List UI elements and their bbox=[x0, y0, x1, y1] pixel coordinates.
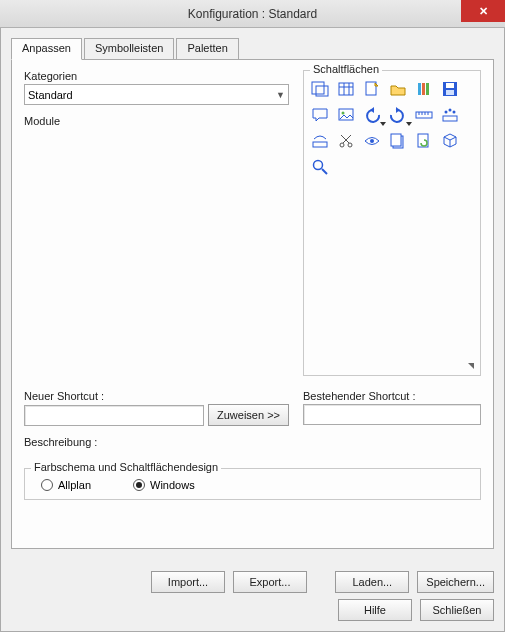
eye-view-icon[interactable] bbox=[362, 131, 382, 151]
tab-label: Anpassen bbox=[22, 42, 71, 54]
toolbar-icon-grid bbox=[310, 79, 474, 177]
folder-open-icon[interactable] bbox=[388, 79, 408, 99]
page-shadow-icon[interactable] bbox=[388, 131, 408, 151]
assign-button-label: Zuweisen >> bbox=[217, 409, 280, 421]
close-button-label: Schließen bbox=[433, 604, 482, 616]
tab-strip: Anpassen Symbolleisten Paletten bbox=[11, 38, 494, 60]
chevron-down-icon: ▼ bbox=[276, 90, 285, 100]
svg-rect-20 bbox=[443, 116, 457, 121]
description-label: Beschreibung : bbox=[24, 436, 289, 448]
svg-rect-11 bbox=[446, 83, 454, 88]
assign-button[interactable]: Zuweisen >> bbox=[208, 404, 289, 426]
svg-rect-2 bbox=[339, 83, 353, 95]
svg-point-26 bbox=[348, 143, 352, 147]
help-button-label: Hilfe bbox=[364, 604, 386, 616]
radio-circle-icon bbox=[133, 479, 145, 491]
page-refresh-icon[interactable] bbox=[414, 131, 434, 151]
title-bar: Konfiguration : Standard ✕ bbox=[0, 0, 505, 28]
svg-point-22 bbox=[449, 109, 452, 112]
svg-rect-24 bbox=[313, 142, 327, 147]
export-button-label: Export... bbox=[250, 576, 291, 588]
edit-spline-icon[interactable] bbox=[310, 131, 330, 151]
svg-rect-0 bbox=[312, 82, 324, 94]
save-button[interactable]: Speichern... bbox=[417, 571, 494, 593]
svg-point-23 bbox=[453, 111, 456, 114]
redo-arrow-icon[interactable] bbox=[388, 105, 408, 125]
radio-allplan-label: Allplan bbox=[58, 479, 91, 491]
close-icon: ✕ bbox=[479, 5, 488, 18]
svg-point-29 bbox=[370, 139, 374, 143]
svg-rect-31 bbox=[391, 134, 401, 146]
window-body: Anpassen Symbolleisten Paletten Kategori… bbox=[0, 28, 505, 632]
color-bars-icon[interactable] bbox=[414, 79, 434, 99]
svg-rect-7 bbox=[418, 83, 421, 95]
svg-line-34 bbox=[322, 169, 327, 174]
ruler-icon[interactable] bbox=[414, 105, 434, 125]
svg-rect-8 bbox=[422, 83, 425, 95]
undo-arrow-icon[interactable] bbox=[362, 105, 382, 125]
svg-point-21 bbox=[445, 111, 448, 114]
dropdown-marker-icon bbox=[406, 122, 412, 126]
save-disk-icon[interactable] bbox=[440, 79, 460, 99]
tab-anpassen[interactable]: Anpassen bbox=[11, 38, 82, 60]
design-groupbox: Farbschema und Schaltflächendesign Allpl… bbox=[24, 468, 481, 500]
svg-point-33 bbox=[314, 161, 323, 170]
calendar-grid-icon[interactable] bbox=[336, 79, 356, 99]
import-button-label: Import... bbox=[168, 576, 208, 588]
window-config-icon[interactable] bbox=[310, 79, 330, 99]
svg-rect-9 bbox=[426, 83, 429, 95]
save-button-label: Speichern... bbox=[426, 576, 485, 588]
categories-label: Kategorien bbox=[24, 70, 289, 82]
new-shortcut-input[interactable] bbox=[24, 405, 204, 426]
load-button[interactable]: Laden... bbox=[335, 571, 409, 593]
resize-grip-icon[interactable] bbox=[468, 363, 474, 369]
cube-3d-icon[interactable] bbox=[440, 131, 460, 151]
buttons-group-legend: Schaltflächen bbox=[310, 63, 382, 75]
radio-circle-icon bbox=[41, 479, 53, 491]
radio-windows-label: Windows bbox=[150, 479, 195, 491]
modules-label: Module bbox=[24, 115, 289, 127]
picture-icon[interactable] bbox=[336, 105, 356, 125]
tab-symbolleisten[interactable]: Symbolleisten bbox=[84, 38, 174, 60]
load-button-label: Laden... bbox=[352, 576, 392, 588]
window-title: Konfiguration : Standard bbox=[188, 7, 317, 21]
design-group-legend: Farbschema und Schaltflächendesign bbox=[31, 461, 221, 473]
tab-label: Paletten bbox=[187, 42, 227, 54]
dialog-button-bar: Import... Export... Laden... Speichern..… bbox=[11, 571, 494, 621]
buttons-groupbox: Schaltflächen bbox=[303, 70, 481, 376]
svg-line-28 bbox=[341, 135, 349, 143]
close-window-button[interactable]: ✕ bbox=[461, 0, 505, 22]
help-button[interactable]: Hilfe bbox=[338, 599, 412, 621]
new-page-icon[interactable] bbox=[362, 79, 382, 99]
radio-allplan[interactable]: Allplan bbox=[41, 479, 91, 491]
close-button[interactable]: Schließen bbox=[420, 599, 494, 621]
categories-select-value: Standard bbox=[28, 89, 73, 101]
new-shortcut-label: Neuer Shortcut : bbox=[24, 390, 289, 402]
edit-points-icon[interactable] bbox=[440, 105, 460, 125]
svg-point-14 bbox=[342, 112, 345, 115]
tab-paletten[interactable]: Paletten bbox=[176, 38, 238, 60]
existing-shortcut-input[interactable] bbox=[303, 404, 481, 425]
tab-label: Symbolleisten bbox=[95, 42, 163, 54]
categories-select[interactable]: Standard ▼ bbox=[24, 84, 289, 105]
svg-rect-12 bbox=[446, 90, 454, 95]
svg-point-25 bbox=[340, 143, 344, 147]
radio-windows[interactable]: Windows bbox=[133, 479, 195, 491]
speech-bubble-icon[interactable] bbox=[310, 105, 330, 125]
existing-shortcut-label: Bestehender Shortcut : bbox=[303, 390, 481, 402]
svg-line-27 bbox=[343, 135, 351, 143]
import-button[interactable]: Import... bbox=[151, 571, 225, 593]
dropdown-marker-icon bbox=[380, 122, 386, 126]
svg-rect-15 bbox=[416, 112, 432, 118]
tab-panel-anpassen: Kategorien Standard ▼ Module Schaltfläch… bbox=[11, 59, 494, 549]
magnifier-icon[interactable] bbox=[310, 157, 330, 177]
scissors-icon[interactable] bbox=[336, 131, 356, 151]
export-button[interactable]: Export... bbox=[233, 571, 307, 593]
